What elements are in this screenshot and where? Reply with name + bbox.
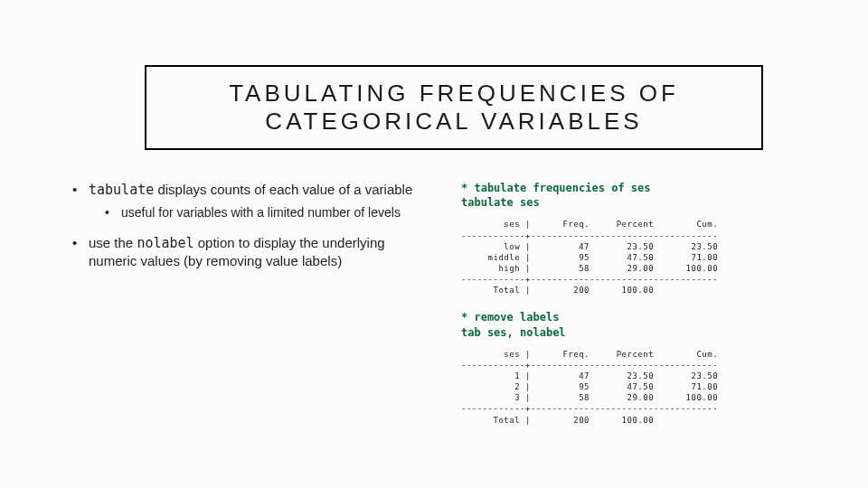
content-area: tabulate displays counts of each value o… [72, 181, 832, 452]
bullet-1: tabulate displays counts of each value o… [72, 181, 434, 221]
slide-title-box: TABULATING FREQUENCIES OF CATEGORICAL VA… [145, 65, 763, 150]
code-comment-1: * tabulate frequencies of ses [461, 181, 832, 195]
bullet-2: use the nolabel option to display the un… [72, 234, 434, 271]
slide-title: TABULATING FREQUENCIES OF CATEGORICAL VA… [165, 80, 743, 136]
bullet-1a: useful for variables with a limited numb… [105, 204, 434, 221]
bullet-2-code: nolabel [137, 235, 193, 251]
code-comment-2: * remove labels [461, 310, 832, 324]
code-column: * tabulate frequencies of ses tabulate s… [461, 181, 832, 452]
bullet-2-pre: use the [89, 235, 137, 250]
bullet-1-text: displays counts of each value of a varia… [154, 182, 412, 197]
code-command-2: tab ses, nolabel [461, 325, 832, 340]
output-table-2: ses | Freq. Percent Cum. ------------+--… [461, 349, 832, 426]
code-command-1: tabulate ses [461, 195, 832, 210]
bullets-column: tabulate displays counts of each value o… [72, 181, 461, 452]
bullet-1-code: tabulate [89, 182, 154, 198]
output-table-1: ses | Freq. Percent Cum. ------------+--… [461, 219, 832, 296]
